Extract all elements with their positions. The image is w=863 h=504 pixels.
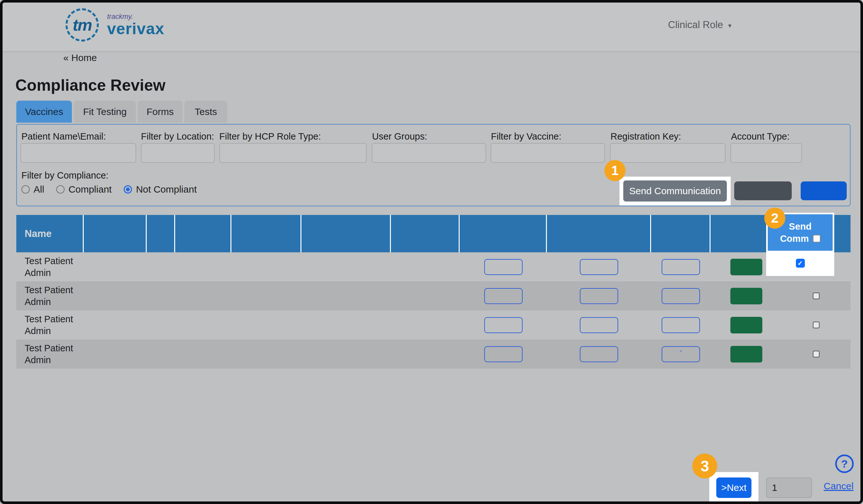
filter-by-hcp-role-type-label: Filter by HCP Role Type: xyxy=(219,131,321,142)
patient-name-cell: Test Patient Admin xyxy=(16,252,84,281)
select-all-checkbox[interactable] xyxy=(813,235,821,242)
tab-tests[interactable]: Tests xyxy=(185,101,227,122)
help-icon[interactable]: ? xyxy=(835,454,854,473)
registration-key-input[interactable] xyxy=(610,143,726,163)
caret-down-icon: ▾ xyxy=(728,21,731,29)
next-button-highlight: >Next xyxy=(709,472,759,502)
home-breadcrumb-link[interactable]: « Home xyxy=(63,52,97,63)
outline-action-button[interactable] xyxy=(580,259,618,275)
tab-bar: Vaccines Fit Testing Forms Tests xyxy=(16,101,227,122)
header-col-3 xyxy=(147,215,175,252)
tab-fit-testing[interactable]: Fit Testing xyxy=(74,101,136,122)
user-groups-label: User Groups: xyxy=(372,131,427,142)
unlabeled-blue-button[interactable] xyxy=(801,181,847,200)
send-comm-checkbox[interactable] xyxy=(813,322,820,328)
radio-not-compliant-selected-icon[interactable] xyxy=(124,185,132,194)
annotation-step-3-badge: 3 xyxy=(692,454,717,478)
cancel-link[interactable]: Cancel xyxy=(824,481,853,492)
green-status-button[interactable] xyxy=(730,317,762,334)
role-selector-dropdown[interactable]: Clinical Role ▾ xyxy=(668,19,731,31)
filter-by-location-label: Filter by Location: xyxy=(141,131,214,142)
account-type-label: Account Type: xyxy=(731,131,789,142)
tab-vaccines[interactable]: Vaccines xyxy=(16,101,72,122)
annotation-step-2-badge: 2 xyxy=(764,208,785,229)
green-status-button[interactable] xyxy=(730,288,762,305)
table-row: Test Patient Admin xyxy=(16,310,851,339)
outline-action-button[interactable] xyxy=(580,346,618,362)
page-number-input[interactable] xyxy=(766,478,812,498)
logo-mark-text: tm xyxy=(73,15,92,35)
filter-by-hcp-role-type-input[interactable] xyxy=(219,143,367,163)
filter-by-location-input[interactable] xyxy=(141,143,215,163)
question-mark-glyph: ? xyxy=(841,458,848,470)
logo-trackmy-text: trackmy. xyxy=(107,13,164,21)
tm-logo-icon: tm xyxy=(65,8,99,41)
filter-panel: Patient Name\Email: Filter by Location: … xyxy=(16,124,851,206)
radio-all-label: All xyxy=(34,184,44,195)
header-col-5 xyxy=(232,215,301,252)
radio-not-compliant[interactable]: Not Compliant xyxy=(124,184,197,195)
outline-action-button[interactable] xyxy=(484,317,523,333)
account-type-input[interactable] xyxy=(730,143,802,163)
patient-name-email-input[interactable] xyxy=(21,143,136,163)
outline-action-button[interactable]: - xyxy=(662,346,700,362)
patient-name-email-label: Patient Name\Email: xyxy=(22,131,106,142)
logo-wordmark: trackmy. verivax xyxy=(107,13,164,37)
header-col-10 xyxy=(651,215,711,252)
check-icon: ✓ xyxy=(798,259,803,267)
send-comm-header-line1: Send xyxy=(789,221,812,232)
page-title: Compliance Review xyxy=(15,76,165,94)
radio-all[interactable]: All xyxy=(22,184,44,195)
registration-key-label: Registration Key: xyxy=(611,131,681,142)
outline-action-button[interactable] xyxy=(662,288,700,304)
send-comm-checkbox[interactable] xyxy=(813,351,820,358)
green-status-button[interactable] xyxy=(730,259,762,275)
outline-action-button[interactable] xyxy=(580,317,618,333)
next-button[interactable]: >Next xyxy=(716,478,751,498)
outline-action-button[interactable] xyxy=(484,259,523,275)
outline-action-button[interactable] xyxy=(662,259,700,275)
filter-by-compliance-label: Filter by Compliance: xyxy=(22,170,108,181)
compliance-table: Name Test Patient Admin xyxy=(16,215,851,369)
table-row: Test Patient Admin - xyxy=(16,339,851,369)
compliance-review-screen: tm trackmy. verivax Clinical Role ▾ « Ho… xyxy=(0,0,863,504)
header-col-9 xyxy=(547,215,651,252)
radio-compliant[interactable]: Compliant xyxy=(56,184,112,195)
trackmy-verivax-logo: tm trackmy. verivax xyxy=(65,8,164,41)
radio-not-compliant-label: Not Compliant xyxy=(136,184,197,195)
annotation-step-1-badge: 1 xyxy=(604,160,626,181)
top-bar: tm trackmy. verivax Clinical Role ▾ xyxy=(0,0,863,51)
send-communication-highlight: Send Communication xyxy=(620,177,731,205)
header-name: Name xyxy=(16,215,84,252)
tab-forms[interactable]: Forms xyxy=(138,101,183,122)
patient-name-cell: Test Patient Admin xyxy=(16,281,84,310)
table-row: Test Patient Admin xyxy=(16,252,851,281)
user-groups-input[interactable] xyxy=(372,143,486,163)
outline-action-button[interactable] xyxy=(484,346,523,362)
table-header-row: Name xyxy=(16,215,851,252)
patient-name-cell: Test Patient Admin xyxy=(16,310,84,339)
cell-note: - xyxy=(679,348,682,354)
role-selector-label: Clinical Role xyxy=(668,19,723,31)
patient-name-cell: Test Patient Admin xyxy=(16,339,84,369)
send-communication-button[interactable]: Send Communication xyxy=(623,180,727,202)
compliance-radio-group: All Compliant Not Compliant xyxy=(22,184,197,195)
green-status-button[interactable] xyxy=(730,346,762,362)
outline-action-button[interactable] xyxy=(484,288,523,304)
header-col-4 xyxy=(175,215,232,252)
send-comm-header-line2: Comm xyxy=(780,233,809,244)
radio-compliant-circle-icon[interactable] xyxy=(56,185,65,194)
logo-product-text: verivax xyxy=(107,21,164,37)
radio-compliant-label: Compliant xyxy=(68,184,112,195)
filter-by-vaccine-input[interactable] xyxy=(491,143,605,163)
send-comm-checkbox[interactable] xyxy=(813,293,820,299)
header-col-6 xyxy=(301,215,391,252)
outline-action-button[interactable] xyxy=(580,288,618,304)
radio-all-circle-icon[interactable] xyxy=(22,185,30,194)
header-col-8 xyxy=(460,215,547,252)
unlabeled-dark-button[interactable] xyxy=(734,181,792,200)
table-row: Test Patient Admin xyxy=(16,281,851,310)
send-comm-checkbox-checked[interactable]: ✓ xyxy=(796,259,805,268)
outline-action-button[interactable] xyxy=(662,317,700,333)
header-col-2 xyxy=(84,215,147,252)
